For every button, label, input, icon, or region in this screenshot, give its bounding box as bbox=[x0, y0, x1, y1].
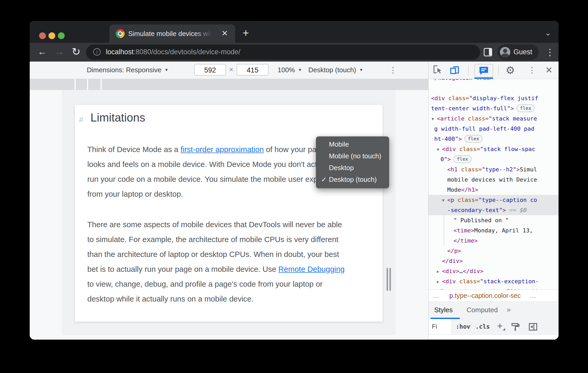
viewport-resize-handle-right[interactable] bbox=[389, 268, 391, 291]
toggle-hover-state-button[interactable]: :hov bbox=[456, 319, 470, 334]
tree-node-row[interactable]: </div> bbox=[428, 256, 559, 266]
paint-roller-icon[interactable] bbox=[510, 322, 520, 332]
device-toolbar-kebab-icon[interactable]: ⋮ bbox=[388, 63, 398, 77]
code-token: class= bbox=[459, 146, 480, 152]
tree-node-row[interactable]: ▼<article class="stack measure bbox=[428, 113, 559, 124]
menu-item-desktop-touch[interactable]: ✓Desktop (touch) bbox=[316, 174, 389, 185]
menu-item-desktop[interactable]: Desktop bbox=[316, 162, 389, 174]
tree-node-row[interactable]: <h1 class="type--h2">Simul bbox=[428, 164, 559, 175]
new-tab-button[interactable]: + bbox=[240, 28, 252, 40]
code-token: <div bbox=[431, 95, 448, 101]
browser-menu-kebab-icon[interactable]: ⋮ bbox=[545, 45, 555, 59]
profile-button[interactable]: Guest bbox=[497, 44, 538, 60]
body-text: to simulate. For example, the architectu… bbox=[87, 235, 339, 244]
breadcrumb-selected-node[interactable]: p.type--caption.color-sec bbox=[449, 290, 521, 301]
indent-guide bbox=[444, 225, 444, 236]
flex-badge[interactable]: flex bbox=[517, 104, 535, 112]
tree-node-row[interactable]: <div class="display-flex justif bbox=[428, 93, 559, 103]
traffic-light-close[interactable] bbox=[39, 32, 46, 39]
tree-node-row[interactable]: lg:stack-exception-700">…</d bbox=[428, 286, 559, 290]
chevron-down-icon[interactable]: ⌄ bbox=[545, 28, 551, 37]
media-query-bar[interactable] bbox=[30, 79, 428, 90]
site-info-icon[interactable]: i bbox=[93, 48, 101, 56]
body-text: to view, change, debug, and profile a pa… bbox=[87, 280, 323, 288]
code-token: > bbox=[503, 207, 506, 213]
tree-node-row[interactable]: 0">flex bbox=[428, 154, 559, 164]
new-style-rule-button[interactable]: + bbox=[495, 319, 505, 333]
tab-close-icon[interactable]: ✕ bbox=[219, 28, 230, 39]
menu-item-mobile-no-touch[interactable]: Mobile (no touch) bbox=[316, 150, 389, 162]
zoom-dropdown[interactable]: 100%▼ bbox=[278, 66, 302, 74]
chat-bubble-icon bbox=[479, 66, 489, 75]
tree-node-row[interactable]: ▶<div class="stack-exception- bbox=[428, 276, 559, 286]
code-token: "stack-exception- bbox=[480, 278, 539, 285]
body-text: than the architecture of laptop or deskt… bbox=[87, 250, 339, 258]
address-bar[interactable]: i localhost:8080/docs/devtools/device-mo… bbox=[86, 45, 480, 60]
expand-arrow-icon[interactable]: ▼ bbox=[442, 195, 447, 206]
tree-node-row[interactable]: ht-400">flex bbox=[428, 134, 559, 144]
height-input[interactable]: 415 bbox=[237, 64, 268, 76]
code-token: "stack flow-spac bbox=[480, 146, 535, 152]
traffic-light-minimize[interactable] bbox=[48, 32, 55, 39]
devtools-close-icon[interactable]: × bbox=[543, 62, 555, 78]
traffic-light-zoom[interactable] bbox=[58, 32, 65, 39]
breadcrumb-overflow-right[interactable]: … bbox=[530, 290, 537, 301]
tree-node-row[interactable]: -secondary-text"> == $0 bbox=[428, 205, 559, 215]
url-text[interactable]: localhost:8080/docs/devtools/device-mode… bbox=[106, 48, 240, 56]
code-token: $0 bbox=[520, 207, 527, 213]
code-token: <article bbox=[437, 115, 468, 122]
code-token: class= bbox=[468, 115, 488, 122]
devtools-kebab-icon[interactable]: ⋮ bbox=[528, 63, 536, 78]
heading-anchor-hash[interactable]: # bbox=[79, 115, 83, 124]
tree-node-row[interactable]: <time>Monday, April 13, bbox=[428, 225, 559, 236]
tree-node-row[interactable]: tent-center width-full">flex bbox=[428, 103, 559, 113]
inspect-element-icon[interactable] bbox=[433, 65, 443, 75]
media-query-divider bbox=[75, 79, 76, 90]
code-token: </p> bbox=[447, 248, 461, 254]
tree-node-row[interactable]: ▼<div class="stack flow-spac bbox=[428, 144, 559, 154]
tab-strip: Simulate mobile devices with D ✕ + ⌄ bbox=[30, 21, 559, 43]
tabs-overflow-chevrons[interactable]: » bbox=[507, 305, 511, 314]
tree-node-row[interactable]: </navigation-tree> bbox=[428, 79, 559, 83]
code-token: </navigation-tree> bbox=[431, 79, 493, 81]
width-input[interactable]: 592 bbox=[194, 64, 226, 76]
expand-arrow-icon[interactable]: ▶ bbox=[437, 277, 442, 287]
toggle-class-button[interactable]: .cls bbox=[475, 319, 490, 334]
reload-icon[interactable]: ↻ bbox=[69, 45, 83, 58]
expand-arrow-icon[interactable]: ▼ bbox=[437, 145, 442, 155]
back-icon[interactable]: ← bbox=[35, 45, 49, 58]
tree-node-row[interactable]: ▼<p class="type--caption co bbox=[428, 195, 559, 205]
dimensions-dropdown[interactable]: Dimensions: Responsive▼ bbox=[87, 66, 168, 74]
device-type-dropdown[interactable]: Desktop (touch)▼ bbox=[308, 66, 363, 74]
code-token: class= bbox=[448, 95, 469, 101]
tree-node-row[interactable]: " Published on " bbox=[428, 215, 559, 225]
active-panel-tab[interactable] bbox=[474, 64, 493, 77]
tree-node-row[interactable]: ▶<div>…</div> bbox=[428, 266, 559, 276]
flex-badge[interactable]: flex bbox=[464, 135, 482, 143]
expand-arrow-icon[interactable]: ▼ bbox=[432, 114, 437, 124]
side-panel-icon[interactable] bbox=[484, 48, 492, 56]
indent-guide bbox=[444, 236, 444, 246]
indent-guide bbox=[444, 215, 444, 225]
tree-node-row[interactable]: </time> bbox=[428, 236, 559, 246]
breadcrumb-overflow-left[interactable]: … bbox=[433, 290, 440, 301]
menu-item-mobile[interactable]: Mobile bbox=[316, 139, 389, 150]
tree-node-row[interactable]: mobile devices with Device bbox=[428, 175, 559, 185]
gear-icon[interactable]: ⚙ bbox=[506, 62, 515, 78]
url-host: localhost bbox=[106, 48, 134, 56]
inline-link[interactable]: first-order approximation bbox=[180, 145, 264, 154]
code-token: ht-400" bbox=[434, 136, 458, 142]
viewport-resize-handle-right[interactable] bbox=[387, 268, 388, 291]
inline-link[interactable]: Remote Debugging bbox=[278, 265, 345, 273]
tab-computed[interactable]: Computed bbox=[467, 306, 498, 314]
styles-filter-input[interactable]: Fi bbox=[429, 319, 451, 334]
tree-node-row[interactable]: g width-full pad-left-400 pad bbox=[428, 124, 559, 134]
device-toolbar-toggle-icon[interactable] bbox=[449, 64, 460, 76]
browser-tab[interactable]: Simulate mobile devices with D ✕ bbox=[109, 25, 235, 43]
flex-badge[interactable]: flex bbox=[454, 155, 471, 163]
tab-styles[interactable]: Styles bbox=[434, 306, 453, 314]
toggle-sidebar-icon[interactable] bbox=[528, 322, 538, 332]
tree-node-row[interactable]: </p> bbox=[428, 246, 559, 256]
tree-node-row[interactable]: Mode</h1> bbox=[428, 185, 559, 195]
expand-arrow-icon[interactable]: ▶ bbox=[437, 267, 442, 277]
